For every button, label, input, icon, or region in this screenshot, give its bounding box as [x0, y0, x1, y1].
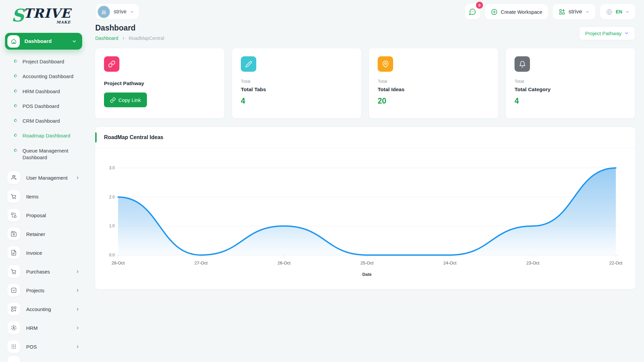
main-content: Dashboard Dashboard RoadMapCentral Proje…	[95, 23, 635, 289]
bell-icon	[515, 56, 530, 72]
chevron-right-icon	[122, 37, 125, 40]
card-total-category: Total Total Category 4	[506, 48, 635, 118]
file-icon	[7, 246, 20, 259]
sidebar-item-accounting[interactable]: Accounting	[0, 300, 87, 318]
sidebar-item-user-management[interactable]: User Management	[0, 168, 87, 187]
project-pathway-select[interactable]: Project Pathway	[579, 26, 635, 40]
chevron-right-icon	[75, 326, 80, 330]
sidebar-item-pos[interactable]: POS	[0, 337, 87, 356]
bullet-icon	[14, 89, 18, 93]
card-title: Total Category	[515, 86, 626, 93]
sidebar-item-invoice[interactable]: Invoice	[0, 243, 87, 262]
swap-grid-icon	[7, 209, 20, 222]
svg-text:22-Oct: 22-Oct	[609, 260, 622, 265]
card-value: 4	[515, 97, 626, 106]
dashboard-submenu: Project DashboardAccounting DashboardHRM…	[0, 50, 87, 167]
svg-text:2.0: 2.0	[109, 195, 115, 199]
create-workspace-label: Create Workspace	[501, 9, 542, 15]
panel-accent-bar	[95, 132, 97, 142]
breadcrumb-current: RoadMapCentral	[129, 36, 164, 41]
users-icon	[7, 171, 20, 184]
grid-plus-icon	[558, 8, 566, 15]
breadcrumb: Dashboard RoadMapCentral	[95, 36, 164, 41]
link-icon	[110, 97, 116, 103]
create-workspace-button[interactable]: Create Workspace	[485, 4, 548, 19]
svg-text:26-Oct: 26-Oct	[277, 260, 290, 265]
roadmap-ideas-chart[interactable]: 0.01.02.03.028-Oct27-Oct26-Oct25-Oct24-O…	[95, 148, 635, 285]
bullet-icon	[14, 148, 18, 152]
card-project-pathway: Project Pathway Copy Link	[95, 48, 224, 118]
bullet-icon	[14, 133, 18, 137]
project-pathway-select-label: Project Pathway	[585, 31, 622, 36]
card-title: Total Ideas	[378, 86, 489, 93]
panel-title: RoadMap Central Ideas	[104, 134, 163, 140]
sidebar-item-projects[interactable]: Projects	[0, 281, 87, 300]
check-square-icon	[7, 284, 20, 297]
sidebar-item-items[interactable]: Items	[0, 187, 87, 206]
page-title: Dashboard	[95, 23, 164, 33]
chevron-right-icon	[75, 176, 80, 180]
breadcrumb-dashboard-link[interactable]: Dashboard	[95, 36, 118, 41]
sidebar-subitem-hrm-dashboard[interactable]: HRM Dashboard	[0, 84, 87, 99]
bullet-icon	[14, 74, 18, 78]
svg-text:Date: Date	[362, 272, 372, 277]
cart-icon	[7, 190, 20, 203]
card-subtitle: Total	[241, 79, 353, 84]
card-value: 4	[241, 97, 353, 106]
chevron-right-icon	[75, 307, 80, 311]
logo-subtext: MAKE	[56, 20, 71, 24]
sidebar-item-label: Dashboard	[24, 38, 72, 44]
sidebar-item-hrm[interactable]: HRM	[0, 318, 87, 337]
org-selector[interactable]: strive	[553, 4, 595, 19]
chat-button[interactable]: 0	[465, 4, 480, 19]
logo-wordmark: TRIVE	[23, 7, 71, 20]
card-subtitle: Total	[515, 79, 626, 84]
chevron-right-icon	[75, 288, 80, 293]
dots-grid-icon	[7, 340, 20, 353]
sidebar-subitem-project-dashboard[interactable]: Project Dashboard	[0, 54, 87, 69]
next-item-chip-partial	[7, 356, 20, 362]
sidebar-menu: User ManagementItemsProposalRetainerInvo…	[0, 167, 87, 356]
sidebar-subitem-accounting-dashboard[interactable]: Accounting Dashboard	[0, 69, 87, 84]
bullet-icon	[14, 119, 18, 123]
sidebar-subitem-roadmap-dashboard[interactable]: Roadmap Dashboard	[0, 128, 87, 143]
chevron-down-icon	[72, 39, 77, 44]
chat-badge: 0	[476, 2, 483, 9]
sidebar-subitem-pos-dashboard[interactable]: POS Dashboard	[0, 99, 87, 114]
sidebar-item-retainer[interactable]: Retainer	[0, 225, 87, 243]
sidebar: S TRIVE MAKE Dashboard Project Dashboard…	[0, 0, 87, 362]
svg-text:28-Oct: 28-Oct	[111, 260, 124, 265]
chevron-down-icon	[625, 10, 630, 14]
map-pin-icon	[378, 56, 393, 72]
svg-text:27-Oct: 27-Oct	[195, 260, 208, 265]
pen-icon	[241, 56, 256, 72]
card-value: 20	[378, 97, 489, 106]
topbar: strive 0 Create Workspace strive	[87, 0, 644, 23]
plus-circle-icon	[491, 8, 498, 15]
sidebar-subitem-crm-dashboard[interactable]: CRM Dashboard	[0, 114, 87, 128]
grid-plus-icon	[7, 303, 20, 315]
save-icon	[7, 228, 20, 240]
app-logo[interactable]: S TRIVE MAKE	[0, 3, 87, 29]
copy-link-button[interactable]: Copy Link	[104, 93, 147, 107]
sidebar-item-dashboard[interactable]: Dashboard	[5, 33, 82, 50]
card-total-ideas: Total Total Ideas 20	[369, 48, 498, 118]
home-icon	[7, 35, 20, 48]
chevron-down-icon	[585, 10, 590, 14]
sidebar-item-proposal[interactable]: Proposal	[0, 206, 87, 225]
svg-text:1.0: 1.0	[109, 224, 115, 228]
sidebar-subitem-queue-management-dashboard[interactable]: Queue Management Dashboard	[0, 143, 87, 165]
card-subtitle: Total	[378, 79, 489, 84]
svg-text:23-Oct: 23-Oct	[526, 260, 539, 265]
cart-icon	[7, 265, 20, 278]
card-title: Project Pathway	[104, 80, 216, 86]
language-selector[interactable]: EN	[600, 4, 635, 19]
workspace-selector[interactable]: strive	[96, 4, 139, 19]
roadmap-ideas-panel: RoadMap Central Ideas 0.01.02.03.028-Oct…	[95, 127, 635, 289]
sidebar-item-purchases[interactable]: Purchases	[0, 262, 87, 281]
workspace-name: strive	[114, 9, 126, 15]
org-name: strive	[569, 8, 582, 15]
svg-text:24-Oct: 24-Oct	[443, 260, 457, 265]
copy-link-label: Copy Link	[118, 97, 141, 103]
svg-text:0.0: 0.0	[109, 253, 115, 257]
